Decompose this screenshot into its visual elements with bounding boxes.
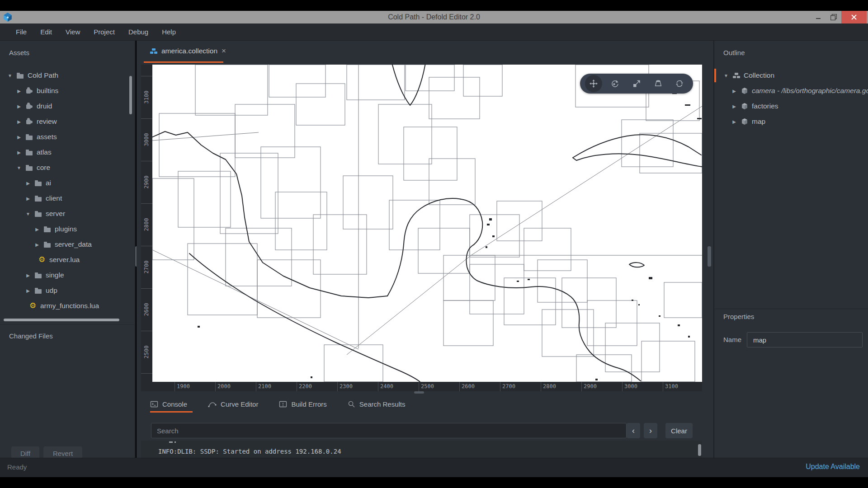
menu-view[interactable]: View bbox=[66, 28, 80, 36]
console-output[interactable]: INFO:DLIB: SSDP: Started on address 192.… bbox=[141, 441, 702, 458]
tab-build-errors[interactable]: Build Errors bbox=[279, 400, 326, 408]
window-title: Cold Path - Defold Editor 2.0 bbox=[0, 13, 868, 21]
chevron-down-icon[interactable]: ▼ bbox=[16, 165, 22, 170]
tree-item-ai[interactable]: ▶ ai bbox=[0, 175, 135, 191]
folder-icon bbox=[34, 195, 42, 202]
tab-close-icon[interactable]: × bbox=[222, 47, 226, 56]
folder-icon bbox=[25, 164, 33, 171]
outline-item-factories[interactable]: ▶ factories bbox=[714, 99, 868, 114]
chevron-down-icon[interactable]: ▼ bbox=[25, 211, 31, 216]
outline-panel: Outline ▼ Collection ▶ camera - /libs/or… bbox=[713, 41, 868, 458]
tree-item-atlas[interactable]: ▶ atlas bbox=[0, 145, 135, 160]
chevron-down-icon[interactable]: ▼ bbox=[7, 73, 13, 78]
menu-file[interactable]: File bbox=[16, 28, 27, 36]
tree-item-army-functions-lua[interactable]: ⚙ army_functions.lua bbox=[0, 298, 135, 314]
console-scrollbar[interactable] bbox=[698, 444, 701, 456]
vertical-ruler: 3100 3000 2900 2800 2700 2600 2500 bbox=[141, 65, 152, 382]
scene-view[interactable] bbox=[152, 65, 702, 382]
tab-console[interactable]: Console bbox=[150, 400, 187, 408]
chevron-down-icon[interactable]: ▼ bbox=[723, 73, 729, 78]
chevron-right-icon[interactable]: ▶ bbox=[34, 227, 40, 232]
folder-icon bbox=[43, 225, 51, 233]
search-next-button[interactable]: › bbox=[644, 423, 657, 438]
tree-item-core[interactable]: ▼ core bbox=[0, 160, 135, 175]
update-available-link[interactable]: Update Available bbox=[806, 463, 860, 471]
name-label: Name bbox=[723, 336, 741, 343]
map-svg bbox=[152, 65, 702, 382]
outline-panel-title: Outline bbox=[723, 49, 745, 56]
search-prev-button[interactable]: ‹ bbox=[627, 423, 640, 438]
tab-curve-editor[interactable]: Curve Editor bbox=[208, 400, 258, 408]
tab-america-collection[interactable]: america.collection × bbox=[144, 41, 232, 61]
menu-project[interactable]: Project bbox=[94, 28, 115, 36]
selection-rects bbox=[152, 65, 702, 382]
tree-item-builtins[interactable]: ▶ builtins bbox=[0, 83, 135, 99]
assets-vertical-scrollbar[interactable] bbox=[129, 76, 132, 114]
selection-indicator bbox=[714, 69, 716, 82]
frustum-tool-button[interactable] bbox=[650, 75, 667, 92]
horizontal-ruler: 1900 2000 2100 2200 2300 2400 2500 2600 … bbox=[141, 382, 702, 391]
folder-icon bbox=[43, 241, 51, 248]
lua-file-icon: ⚙ bbox=[38, 256, 46, 263]
folder-icon bbox=[34, 179, 42, 187]
properties-panel-title: Properties bbox=[723, 313, 754, 320]
tree-item-server-data[interactable]: ▶ server_data bbox=[0, 237, 135, 252]
active-tab-underline bbox=[144, 61, 223, 63]
menu-help[interactable]: Help bbox=[162, 28, 176, 36]
title-bar[interactable]: Cold Path - Defold Editor 2.0 bbox=[0, 11, 868, 23]
game-object-icon bbox=[741, 118, 748, 125]
tree-item-client[interactable]: ▶ client bbox=[0, 191, 135, 206]
chevron-right-icon[interactable]: ▶ bbox=[16, 104, 22, 109]
menu-edit[interactable]: Edit bbox=[40, 28, 52, 36]
chevron-right-icon[interactable]: ▶ bbox=[731, 89, 737, 94]
tree-item-assets[interactable]: ▶ assets bbox=[0, 129, 135, 145]
chevron-right-icon[interactable]: ▶ bbox=[25, 273, 31, 278]
assets-horizontal-scrollbar[interactable] bbox=[4, 319, 119, 321]
tree-item-server-lua[interactable]: ⚙ server.lua bbox=[0, 252, 135, 267]
minimize-button[interactable] bbox=[811, 11, 826, 23]
clear-button[interactable]: Clear bbox=[665, 423, 693, 438]
tree-item-druid[interactable]: ▶ druid bbox=[0, 99, 135, 114]
tree-item-single[interactable]: ▶ single bbox=[0, 267, 135, 283]
console-tab-underline bbox=[150, 411, 193, 413]
status-text: Ready bbox=[7, 463, 27, 471]
menu-bar: File Edit View Project Debug Help bbox=[0, 23, 868, 41]
outline-item-map[interactable]: ▶ map bbox=[714, 114, 868, 129]
bottom-splitter-handle[interactable] bbox=[414, 391, 424, 394]
chevron-right-icon[interactable]: ▶ bbox=[25, 181, 31, 186]
chevron-right-icon[interactable]: ▶ bbox=[16, 119, 22, 124]
menu-debug[interactable]: Debug bbox=[128, 28, 148, 36]
folder-icon bbox=[34, 287, 42, 294]
outline-item-collection[interactable]: ▼ Collection bbox=[714, 68, 868, 83]
close-button[interactable] bbox=[841, 11, 867, 23]
chevron-right-icon[interactable]: ▶ bbox=[16, 89, 22, 94]
folder-icon bbox=[16, 72, 24, 79]
tab-search-results[interactable]: Search Results bbox=[348, 400, 406, 408]
chevron-right-icon[interactable]: ▶ bbox=[16, 135, 22, 140]
console-clipped-line bbox=[169, 441, 173, 443]
refresh-tool-button[interactable] bbox=[671, 75, 688, 92]
collection-icon bbox=[150, 48, 157, 54]
tree-item-plugins[interactable]: ▶ plugins bbox=[0, 221, 135, 237]
chevron-right-icon[interactable]: ▶ bbox=[16, 150, 22, 155]
scale-tool-button[interactable] bbox=[628, 75, 645, 92]
folder-icon bbox=[34, 210, 42, 217]
tree-item-review[interactable]: ▶ review bbox=[0, 114, 135, 129]
chevron-right-icon[interactable]: ▶ bbox=[731, 119, 737, 124]
game-object-icon bbox=[741, 87, 748, 94]
console-search-input[interactable] bbox=[151, 423, 627, 438]
panel-divider bbox=[714, 309, 868, 309]
outline-item-camera[interactable]: ▶ camera - /libs/orthographic/camera.go bbox=[714, 83, 868, 99]
chevron-right-icon[interactable]: ▶ bbox=[25, 288, 31, 293]
chevron-right-icon[interactable]: ▶ bbox=[25, 196, 31, 201]
restore-button[interactable] bbox=[826, 11, 841, 23]
chevron-right-icon[interactable]: ▶ bbox=[34, 242, 40, 247]
chevron-right-icon[interactable]: ▶ bbox=[731, 104, 737, 109]
rotate-tool-button[interactable] bbox=[606, 75, 623, 92]
tree-item-server[interactable]: ▼ server bbox=[0, 206, 135, 221]
name-field[interactable] bbox=[747, 332, 863, 347]
tree-item-udp[interactable]: ▶ udp bbox=[0, 283, 135, 298]
tree-item-cold-path[interactable]: ▼ Cold Path bbox=[0, 68, 135, 83]
right-splitter-handle[interactable] bbox=[708, 246, 711, 267]
move-tool-button[interactable] bbox=[585, 75, 602, 92]
